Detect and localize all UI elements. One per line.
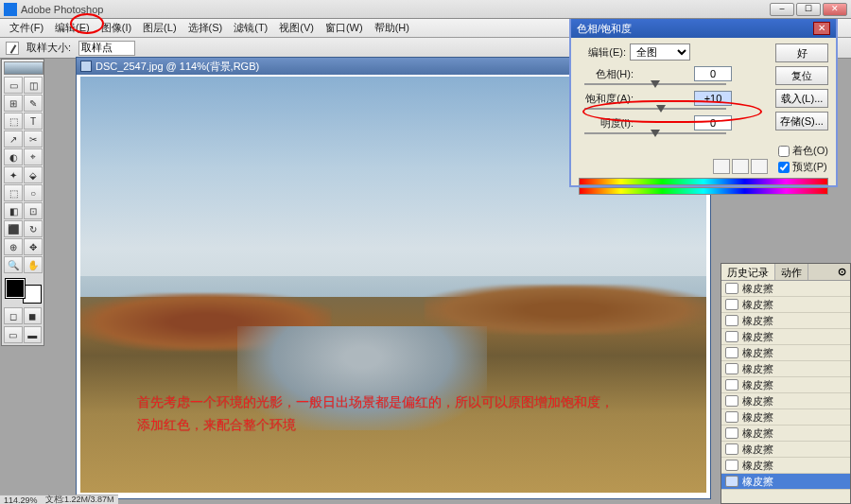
quickmask-mode[interactable]: ◼ — [24, 307, 43, 324]
tool-5[interactable]: T — [24, 113, 43, 130]
tool-9[interactable]: ⌖ — [24, 148, 43, 165]
history-item[interactable]: 橡皮擦 — [721, 377, 850, 393]
doc-size: 文档:1.22M/3.87M — [45, 494, 114, 504]
tool-13[interactable]: ○ — [24, 184, 43, 201]
history-item[interactable]: 橡皮擦 — [721, 345, 850, 361]
dialog-titlebar[interactable]: 色相/饱和度 ✕ — [571, 19, 836, 38]
close-button[interactable]: ✕ — [823, 3, 847, 16]
tool-7[interactable]: ✂ — [24, 130, 43, 148]
tab-history[interactable]: 历史记录 — [721, 264, 775, 280]
document-icon — [80, 61, 92, 72]
tool-16[interactable]: ⬛ — [4, 220, 23, 237]
menu-window[interactable]: 窗口(W) — [320, 19, 369, 37]
tool-20[interactable]: 🔍 — [4, 256, 23, 273]
document-title: DSC_2547.jpg @ 114%(背景,RGB) — [96, 60, 259, 74]
lightness-label: 明度(I): — [579, 116, 634, 130]
screen-mode-2[interactable]: ▬ — [24, 326, 43, 343]
history-item[interactable]: 橡皮擦 — [721, 361, 850, 377]
foreground-color[interactable] — [6, 279, 25, 298]
eraser-icon — [725, 283, 738, 294]
menu-edit[interactable]: 编辑(E) — [49, 19, 96, 37]
lightness-slider[interactable] — [584, 132, 726, 134]
hue-label: 色相(H): — [579, 67, 634, 81]
tool-6[interactable]: ↗ — [4, 130, 23, 148]
tool-17[interactable]: ↻ — [24, 220, 43, 237]
saturation-slider[interactable] — [584, 108, 726, 110]
menu-help[interactable]: 帮助(H) — [369, 19, 415, 37]
menu-filter[interactable]: 滤镜(T) — [228, 19, 273, 37]
history-item[interactable]: 橡皮擦 — [721, 458, 850, 474]
edit-select[interactable]: 全图 — [630, 43, 690, 61]
hue-slider[interactable] — [584, 83, 726, 85]
eraser-icon — [725, 476, 738, 487]
preview-checkbox[interactable]: 预览(P) — [778, 160, 828, 174]
tool-15[interactable]: ⊡ — [24, 202, 43, 219]
background-color[interactable] — [23, 285, 42, 304]
load-button[interactable]: 载入(L)... — [775, 89, 828, 108]
color-swatches[interactable] — [4, 277, 43, 305]
menu-layer[interactable]: 图层(L) — [137, 19, 182, 37]
toolbox-thumb — [4, 61, 43, 75]
tool-10[interactable]: ✦ — [4, 166, 23, 183]
reset-button[interactable]: 复位 — [775, 66, 828, 85]
history-item[interactable]: 橡皮擦 — [721, 329, 850, 345]
history-item[interactable]: 橡皮擦 — [721, 297, 850, 313]
eraser-icon — [725, 395, 738, 407]
tool-21[interactable]: ✋ — [24, 256, 43, 273]
tool-19[interactable]: ✥ — [24, 238, 43, 255]
eraser-icon — [725, 427, 738, 439]
tool-1[interactable]: ◫ — [24, 77, 43, 94]
colorize-checkbox[interactable]: 着色(O) — [778, 144, 828, 158]
history-item[interactable]: 橡皮擦 — [721, 442, 850, 458]
history-item[interactable]: 橡皮擦 — [721, 393, 850, 409]
hue-input[interactable] — [694, 66, 732, 81]
eyedropper-sub[interactable] — [751, 159, 768, 174]
tool-4[interactable]: ⬚ — [4, 113, 23, 130]
tool-2[interactable]: ⊞ — [4, 95, 23, 112]
menu-image[interactable]: 图像(I) — [96, 19, 137, 37]
eraser-icon — [725, 443, 738, 455]
eyedropper-set[interactable] — [713, 159, 730, 174]
maximize-button[interactable]: ☐ — [796, 3, 821, 16]
minimize-button[interactable]: – — [770, 3, 794, 16]
history-item[interactable]: 橡皮擦 — [721, 281, 850, 297]
titlebar: Adobe Photoshop – ☐ ✕ — [0, 0, 851, 19]
standard-mode[interactable]: ◻ — [4, 307, 23, 324]
eyedropper-icon[interactable] — [6, 42, 19, 55]
app-title: Adobe Photoshop — [21, 4, 770, 15]
menu-file[interactable]: 文件(F) — [4, 19, 49, 37]
ok-button[interactable]: 好 — [775, 43, 828, 62]
history-item[interactable]: 橡皮擦 — [721, 426, 850, 442]
eyedropper-add[interactable] — [732, 159, 749, 174]
tool-8[interactable]: ◐ — [4, 148, 23, 165]
panel-menu-icon[interactable]: ⊙ — [834, 264, 850, 280]
hue-saturation-dialog: 色相/饱和度 ✕ 编辑(E): 全图 色相(H): 饱和度(A): — [569, 19, 838, 187]
toolbox: ▭◫⊞✎⬚T↗✂◐⌖✦⬙⬚○◧⊡⬛↻⊕✥🔍✋ ◻ ◼ ▭ ▬ — [1, 59, 44, 346]
tool-3[interactable]: ✎ — [24, 95, 43, 112]
zoom-level[interactable]: 114.29% — [4, 495, 38, 505]
screen-mode-1[interactable]: ▭ — [4, 326, 23, 343]
tab-actions[interactable]: 动作 — [775, 264, 808, 280]
dialog-title: 色相/饱和度 — [577, 22, 632, 36]
menu-view[interactable]: 视图(V) — [273, 19, 320, 37]
lightness-input[interactable] — [694, 115, 732, 130]
saturation-label: 饱和度(A): — [579, 92, 634, 106]
tool-18[interactable]: ⊕ — [4, 238, 23, 255]
tool-12[interactable]: ⬚ — [4, 184, 23, 201]
history-item[interactable]: 橡皮擦 — [721, 313, 850, 329]
sample-size-select[interactable] — [78, 41, 135, 56]
save-button[interactable]: 存储(S)... — [775, 112, 828, 130]
saturation-input[interactable] — [694, 91, 732, 106]
eraser-icon — [725, 299, 738, 310]
history-panel: 历史记录 动作 ⊙ 橡皮擦橡皮擦橡皮擦橡皮擦橡皮擦橡皮擦橡皮擦橡皮擦橡皮擦橡皮擦… — [721, 263, 851, 504]
dialog-close-button[interactable]: ✕ — [813, 22, 830, 35]
tool-11[interactable]: ⬙ — [24, 166, 43, 183]
history-item[interactable]: 橡皮擦 — [721, 409, 850, 426]
tool-14[interactable]: ◧ — [4, 202, 23, 219]
app-icon — [4, 3, 17, 16]
menu-select[interactable]: 选择(S) — [182, 19, 229, 37]
eraser-icon — [725, 347, 738, 358]
history-item[interactable]: 橡皮擦 — [721, 474, 850, 490]
tool-0[interactable]: ▭ — [4, 77, 23, 94]
eraser-icon — [725, 411, 738, 423]
